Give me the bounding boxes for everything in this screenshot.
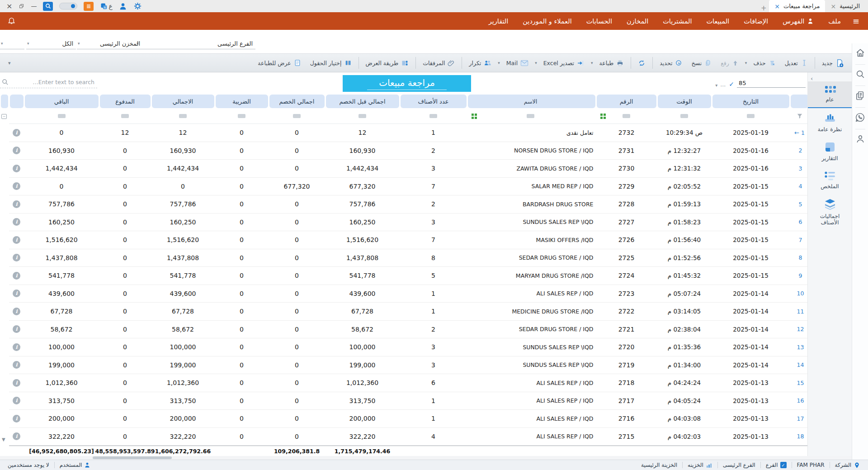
treasury-item[interactable]: الخزينه [683,460,717,470]
time-cell[interactable]: 01:56:40 م [658,231,711,249]
rownum-cell[interactable]: 6 [791,214,809,231]
export-excel-button[interactable]: تصدير Excel [539,56,589,70]
number-cell[interactable]: 2727 [597,214,656,231]
grid-scrollbar-horizontal[interactable] [0,456,852,460]
remaining-cell[interactable]: 313,750 [25,392,99,410]
sidebar-tab-item-totals[interactable]: اجماليات الأصناف [808,194,852,230]
profile-icon[interactable] [855,129,865,150]
tax-cell[interactable]: 0 [216,124,268,142]
lookup-icon[interactable] [600,114,603,116]
items-count-cell[interactable]: 1 [401,303,467,320]
rownum-cell[interactable]: 5 [791,195,809,213]
rownum-cell[interactable]: 7 [791,231,809,249]
info-cell[interactable]: i [10,267,24,285]
time-cell[interactable]: 12:32:27 م [658,142,711,160]
remaining-cell[interactable]: 757,786 [25,195,99,213]
items-count-cell[interactable]: 2 [401,142,467,160]
info-cell[interactable]: i [10,142,24,160]
tax-cell[interactable]: 0 [216,178,268,195]
name-cell[interactable]: NORSEN DRUG STORE / IQD [468,142,595,160]
table-row[interactable]: 10 2025-01-14 05:07:24 م 2723 ALI SALES … [9,285,809,303]
total-cell[interactable]: 200,000 [152,410,214,427]
items-count-cell[interactable]: 2 [401,321,467,338]
info-icon[interactable]: i [13,200,20,208]
delete-dropdown-caret[interactable]: ▾ [744,61,749,65]
branch-item[interactable]: ✓ الفرع [761,460,792,470]
paid-cell[interactable]: 0 [100,214,151,231]
filter-remaining[interactable] [25,109,99,123]
table-row[interactable]: 16 2025-01-13 04:05:24 م 2717 ALI SALES … [9,392,809,410]
number-cell[interactable]: 2732 [597,124,656,142]
grid-scrollbar-vertical[interactable]: − ▼ [0,94,9,446]
ellipsis-icon[interactable]: … [720,81,726,88]
time-cell[interactable]: 05:07:24 م [658,285,711,303]
refresh-button[interactable] [634,56,650,70]
before-discount-cell[interactable]: 199,000 [326,356,399,374]
header-number[interactable]: الرقم [597,95,656,108]
filter-total[interactable] [152,109,214,123]
sidebar-tab-reports[interactable]: التقارير [808,137,852,166]
theme-toggle[interactable] [59,3,77,9]
table-row[interactable]: 9 2025-01-15 01:45:32 م 2724 MARYAM DRUG… [9,267,809,285]
menu-customers-suppliers[interactable]: العملاء و الموردين [515,12,579,30]
time-cell[interactable]: 04:03:08 م [658,410,711,427]
table-row[interactable]: 18 2025-01-13 04:02:03 م 2715 ALI SALES … [9,428,809,446]
language-switcher[interactable]: ع A [100,2,112,10]
new-tab-button[interactable]: + [758,4,769,12]
minimize-icon[interactable]: — [31,3,37,9]
table-row[interactable]: 12 2025-01-14 02:38:04 م 2721 SEDAR DRUG… [9,321,809,339]
select-button[interactable]: تحديد [656,56,686,70]
print-button[interactable]: طباعة [595,56,628,70]
tax-cell[interactable]: 0 [216,374,268,392]
remaining-cell[interactable]: 0 [25,178,99,195]
rownum-cell[interactable]: 10 [791,285,809,303]
time-cell[interactable]: 01:52:56 م [658,249,711,267]
rownum-cell[interactable]: 12 [791,321,809,338]
raise-button[interactable]: رفع [717,56,743,70]
date-cell[interactable]: 2025-01-14 [712,321,789,338]
info-cell[interactable]: i [10,160,24,177]
header-paid[interactable]: المدفوع [100,95,151,108]
tab-home[interactable]: الرئيسية × [825,0,865,12]
info-icon[interactable]: i [13,272,20,280]
rownum-cell[interactable]: 9 [791,267,809,285]
paid-cell[interactable]: 0 [100,338,151,356]
discount-cell[interactable]: 0 [269,195,325,213]
menu-button[interactable] [84,2,94,11]
company-item[interactable]: الشركة [830,460,865,470]
info-icon[interactable]: i [13,290,20,297]
info-cell[interactable]: i [10,178,24,195]
discount-cell[interactable]: 0 [269,267,325,285]
paid-cell[interactable]: 0 [100,321,151,338]
info-icon[interactable]: i [13,165,20,172]
before-discount-cell[interactable]: 322,220 [326,428,399,446]
info-cell[interactable]: i [10,231,24,249]
tax-cell[interactable]: 0 [216,356,268,374]
items-count-cell[interactable]: 3 [401,160,467,177]
number-cell[interactable]: 2724 [597,267,656,285]
rownum-cell[interactable]: 13 [791,338,809,356]
chevron-down-icon[interactable]: ▾ [715,83,717,88]
rownum-cell[interactable]: 15 [791,374,809,392]
menu-index[interactable]: الفهرس [775,12,821,30]
before-discount-cell[interactable]: 541,778 [326,267,399,285]
paid-cell[interactable]: 12 [100,124,151,142]
discount-cell[interactable]: 0 [269,321,325,338]
info-cell[interactable]: i [10,374,24,392]
filter-before-discount[interactable] [326,109,399,123]
table-row[interactable]: 8 2025-01-15 01:52:56 م 2725 SEDAR DRUG … [9,249,809,267]
paid-cell[interactable]: 0 [100,392,151,410]
discount-cell[interactable]: 0 [269,285,325,303]
tax-cell[interactable]: 0 [216,303,268,320]
scrollbar-thumb[interactable] [93,456,172,459]
before-discount-cell[interactable]: 1,442,434 [326,160,399,177]
info-icon[interactable]: i [13,343,20,351]
menu-warehouses[interactable]: المخازن [619,12,656,30]
paid-cell[interactable]: 0 [100,374,151,392]
paid-cell[interactable]: 0 [100,178,151,195]
name-cell[interactable]: MASIKI OFFERS /IQD [468,231,595,249]
remaining-cell[interactable]: 58,672 [25,321,99,338]
date-cell[interactable]: 2025-01-19 [712,124,789,142]
number-cell[interactable]: 2729 [597,178,656,195]
table-row[interactable]: 3 2025-01-16 12:31:32 م 2730 ZAWITA DRUG… [9,160,809,178]
